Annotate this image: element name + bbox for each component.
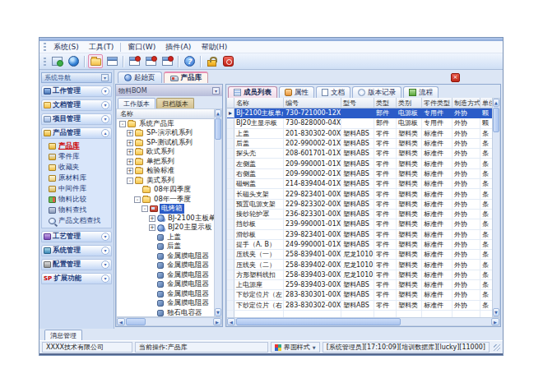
pin-icon[interactable]: ▾ xyxy=(212,87,220,95)
menu-item[interactable]: 插件(A) xyxy=(160,41,196,53)
table-row[interactable]: 提手（A. B） 249-990001-01X 塑料ABS 零件 塑料类 标准件… xyxy=(227,240,492,250)
column-header[interactable]: 类别 xyxy=(397,98,422,108)
tree-item[interactable]: 金属膜电阻器 xyxy=(117,299,214,309)
table-row[interactable]: 接纱轮护罩 236-823301-00X 塑料ABS 零件 塑料类 标准件 外协… xyxy=(227,210,492,219)
table-row[interactable] xyxy=(227,311,492,317)
chevron-icon[interactable]: ▾ xyxy=(101,247,109,255)
sidebar-item[interactable]: 物料查找 xyxy=(42,205,111,215)
toolbar-button[interactable] xyxy=(160,54,174,68)
tree-item[interactable]: + SP-演示机系列 xyxy=(117,129,214,139)
column-header[interactable]: 零件类型 xyxy=(422,98,452,108)
chevron-icon[interactable]: ▾ xyxy=(101,101,109,109)
chevron-icon[interactable]: ▾ xyxy=(101,115,109,123)
table-row[interactable]: 探头壳 208-601701-01X 塑料ABS 零件 塑料类 标准件 外协 条 xyxy=(227,149,492,159)
toolbar-button[interactable] xyxy=(49,54,64,68)
toolbar-button[interactable] xyxy=(220,54,235,68)
tree-column-header[interactable]: 名称 xyxy=(117,109,214,119)
expander-icon[interactable]: - xyxy=(127,178,133,184)
scroll-left-icon[interactable]: ◀ xyxy=(117,318,125,325)
member-tab[interactable]: 版本记录 xyxy=(352,86,401,98)
column-header[interactable]: 名称 xyxy=(234,98,284,108)
scrollbar-thumb[interactable] xyxy=(126,318,146,325)
ui-style-dropdown[interactable]: 界面样式 ▼ xyxy=(271,342,320,353)
toolbar-button[interactable] xyxy=(104,54,119,68)
expander-icon[interactable]: + xyxy=(127,149,133,155)
member-tab[interactable]: 属性 xyxy=(279,86,314,98)
chevron-icon[interactable]: ▾ xyxy=(101,261,109,269)
scrollbar-thumb[interactable] xyxy=(236,318,401,325)
table-row[interactable]: 右侧盖 209-990002-01X 塑料ABS 零件 塑料类 标准件 外协 条 xyxy=(227,169,492,179)
tree-item[interactable]: 金属膜电阻器 xyxy=(117,261,214,271)
table-row[interactable]: 挡纱板 239-990001-01X 塑料ABS 零件 塑料类 标准件 外协 条 xyxy=(227,219,492,229)
document-tab[interactable]: 产品库 xyxy=(164,71,209,83)
toolbar-button[interactable] xyxy=(143,54,158,68)
table-row[interactable]: ▸ BJ-2100主板单点 730-721000-12X 部件 电源板 专用件 … xyxy=(227,108,492,118)
tree-item[interactable]: - 电烤箱 xyxy=(117,205,214,214)
member-tab[interactable]: 流程 xyxy=(403,86,439,98)
tree-item[interactable]: + SP-测试机系列 xyxy=(117,138,214,148)
column-header[interactable]: 型号 xyxy=(341,98,374,108)
tree-item[interactable]: 08年四季度 xyxy=(117,186,214,196)
scroll-left-icon[interactable]: ◀ xyxy=(227,318,235,325)
window-resize-grip[interactable] xyxy=(494,344,500,351)
version-tab[interactable]: 工作版本 xyxy=(118,98,155,108)
sidebar-group-header[interactable]: 工作管理 ▾ xyxy=(41,85,112,97)
column-header[interactable]: 单位 xyxy=(480,98,492,108)
sidebar-group-header[interactable]: 工艺管理 ▾ xyxy=(41,231,112,242)
table-row[interactable]: 下纱定位片（右） 283-830302-00X 塑料ABS 零件 塑料类 标准件… xyxy=(227,301,492,311)
member-tab[interactable]: 文档 xyxy=(316,86,350,98)
sidebar-item[interactable]: 产品库 xyxy=(42,141,111,151)
tree-item[interactable]: 独石电容器 xyxy=(117,308,214,316)
document-tab[interactable]: 起始页 xyxy=(118,71,162,83)
sidebar-item[interactable]: 物料比较 xyxy=(42,194,111,205)
sidebar-group-header[interactable]: 产品管理 ▴ xyxy=(41,127,112,139)
expander-icon[interactable]: - xyxy=(142,205,148,212)
close-tab-icon[interactable]: × xyxy=(451,73,460,82)
tree-item[interactable]: - 美式系列 xyxy=(117,176,214,186)
sidebar-collapse-button[interactable]: ▾ xyxy=(101,74,109,81)
tree-horizontal-scrollbar[interactable]: ◀ ▶ xyxy=(116,317,222,326)
expander-icon[interactable]: + xyxy=(127,130,133,136)
tree-item[interactable]: + BJ20主显示板 xyxy=(117,224,214,233)
tree-vertical-scrollbar[interactable]: ▲ ▼ xyxy=(214,108,222,317)
column-header[interactable]: 编号 xyxy=(284,98,341,108)
tree-item[interactable]: - 08年一季度 xyxy=(117,195,214,205)
message-panel-tab[interactable]: 消息管理 xyxy=(44,330,82,340)
expander-icon[interactable]: + xyxy=(149,215,155,222)
sidebar-group-header[interactable]: 配置管理 ▾ xyxy=(41,259,112,270)
table-vertical-scrollbar[interactable]: ▲ ▼ xyxy=(492,98,500,317)
chevron-icon[interactable]: ▾ xyxy=(101,274,109,283)
table-row[interactable]: 上盖 201-830302-00X 塑料ABS 零件 塑料类 标准件 外协 条 xyxy=(227,129,492,139)
expander-icon[interactable]: - xyxy=(119,121,126,127)
member-tab[interactable]: 成员列表 xyxy=(228,86,277,98)
sidebar-group-header[interactable]: SP 扩展功能 ▾ xyxy=(41,273,112,284)
tree-item[interactable]: + 欧式系列 xyxy=(117,148,214,158)
table-row[interactable]: 滑纱板 239-823401-00X 塑料ABS 零件 塑料类 标准件 外协 条 xyxy=(227,230,492,240)
toolbar-button[interactable] xyxy=(127,54,142,68)
scroll-right-icon[interactable]: ▶ xyxy=(213,318,221,325)
scrollbar-thumb[interactable] xyxy=(215,118,221,140)
table-row[interactable]: 方形塑料线扣 258-839403-00X 尼龙1010 零件 塑料类 标准件 … xyxy=(227,270,492,280)
sidebar-item[interactable]: 中间件库 xyxy=(42,183,111,194)
tree-item[interactable]: + 检验标准 xyxy=(117,167,214,177)
tree-item[interactable]: + 单把系列 xyxy=(117,157,214,167)
tree-item[interactable]: 金属膜电阻器 xyxy=(117,289,214,299)
sidebar-item[interactable]: 产品文档查找 xyxy=(42,215,111,226)
chevron-icon[interactable]: ▾ xyxy=(101,87,109,95)
scroll-up-icon[interactable]: ▲ xyxy=(215,109,221,118)
menu-item[interactable]: 窗口(W) xyxy=(123,41,160,53)
sidebar-item[interactable]: 收藏夹 xyxy=(42,162,111,173)
menu-item[interactable]: 工具(T) xyxy=(84,41,119,53)
scroll-down-icon[interactable]: ▼ xyxy=(493,308,499,316)
table-row[interactable]: 压线夹（一） 258-839401-00X 尼龙1010 零件 塑料类 标准件 … xyxy=(227,250,492,260)
column-header[interactable]: 类型 xyxy=(374,98,397,108)
table-row[interactable]: 磁钢盖 214-839404-01X 塑料ABS 零件 塑料类 标准件 外协 条 xyxy=(227,179,492,189)
tree-item[interactable]: - 系统产品库 xyxy=(117,119,214,129)
menu-item[interactable]: 系统(S) xyxy=(49,41,84,53)
table-row[interactable]: 上电源座 259-839403-00X 塑料ABS 零件 塑料类 标准件 外协 … xyxy=(227,280,492,290)
tree-item[interactable]: 金属膜电阻器 xyxy=(117,251,214,261)
chevron-icon[interactable]: ▴ xyxy=(101,129,109,137)
table-row[interactable]: 预置电源支架 229-823302-00X 塑料ABS 零件 塑料类 标准件 外… xyxy=(227,200,492,210)
chevron-icon[interactable]: ▾ xyxy=(101,233,109,241)
scroll-down-icon[interactable]: ▼ xyxy=(215,308,221,316)
